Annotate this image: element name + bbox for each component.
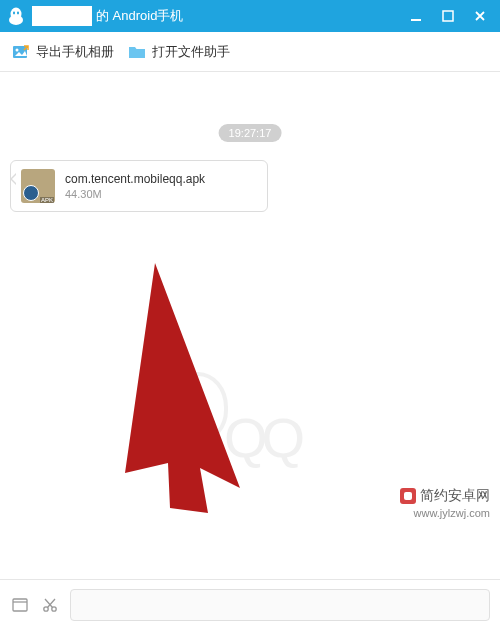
export-album-label: 导出手机相册	[36, 43, 114, 61]
svg-point-1	[9, 15, 23, 25]
export-album-button[interactable]: 导出手机相册	[12, 43, 114, 61]
maximize-button[interactable]	[432, 0, 464, 32]
open-file-helper-button[interactable]: 打开文件助手	[128, 43, 230, 61]
window-title: 的 Android手机	[96, 7, 183, 25]
site-brand-text: 简约安卓网	[420, 487, 490, 505]
file-size: 44.30M	[65, 188, 205, 200]
site-watermark: 简约安卓网 www.jylzwj.com	[400, 487, 490, 519]
scissors-icon[interactable]	[40, 595, 60, 615]
folder-icon	[128, 43, 146, 61]
toolbar: 导出手机相册 打开文件助手	[0, 32, 500, 72]
file-message-bubble[interactable]: APK com.tencent.mobileqq.apk 44.30M	[10, 160, 268, 212]
attach-file-icon[interactable]	[10, 595, 30, 615]
svg-rect-5	[443, 11, 453, 21]
close-button[interactable]	[464, 0, 496, 32]
qq-penguin-icon	[4, 4, 28, 28]
svg-rect-4	[411, 19, 421, 21]
titlebar: 的 Android手机	[0, 0, 500, 32]
chat-area: 19:27:17 APK com.tencent.mobileqq.apk 44…	[0, 72, 500, 579]
svg-point-2	[13, 12, 15, 15]
file-name: com.tencent.mobileqq.apk	[65, 172, 205, 186]
title-redacted-mask	[32, 6, 92, 26]
open-file-helper-label: 打开文件助手	[152, 43, 230, 61]
file-info: com.tencent.mobileqq.apk 44.30M	[65, 172, 205, 200]
svg-rect-8	[13, 599, 27, 611]
export-photo-icon	[12, 43, 30, 61]
input-bar	[0, 579, 500, 629]
timestamp-badge: 19:27:17	[219, 124, 282, 142]
message-input[interactable]	[70, 589, 490, 621]
qq-watermark: QQ	[168, 372, 299, 470]
svg-point-7	[16, 48, 19, 51]
site-url-text: www.jylzwj.com	[400, 507, 490, 519]
svg-point-3	[17, 12, 19, 15]
apk-file-icon: APK	[21, 169, 55, 203]
minimize-button[interactable]	[400, 0, 432, 32]
site-logo-icon	[400, 488, 416, 504]
